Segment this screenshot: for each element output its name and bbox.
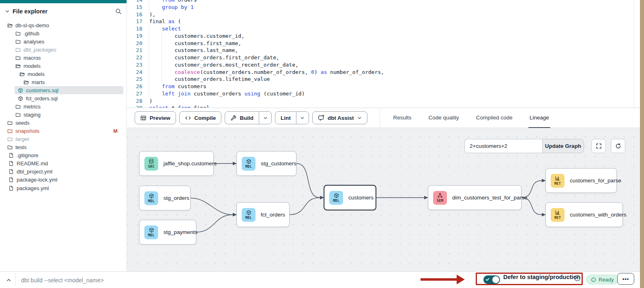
file-explorer-header: File explorer xyxy=(0,3,127,19)
tree-item-label: .gitignore xyxy=(17,152,38,158)
indent-guide xyxy=(161,61,162,69)
tree-item-label: .github xyxy=(24,30,39,37)
tree-item-label: metrics xyxy=(24,104,41,110)
tree-item-package-lock.yml[interactable]: package-lock.yml xyxy=(0,176,123,184)
refresh-button[interactable] xyxy=(611,139,625,153)
lint-button[interactable]: Lint xyxy=(275,112,296,124)
tree-item-staging[interactable]: staging xyxy=(0,111,123,119)
code-line-21: 21customers.last_name, xyxy=(127,47,640,54)
indent-guide xyxy=(149,40,149,47)
command-input[interactable]: dbt build --select <model_name> xyxy=(21,272,104,288)
code-line-14: 14from orders xyxy=(127,0,640,4)
code-text: ) xyxy=(149,97,152,105)
help-icon[interactable]: ? xyxy=(574,275,581,282)
folder-icon xyxy=(7,128,13,134)
tree-item-README.md[interactable]: README.md xyxy=(0,160,123,168)
badge-type-label: MDL xyxy=(148,199,155,203)
lineage-graph[interactable]: SRCjaffle_shop.customersMDLstg_customers… xyxy=(127,128,640,271)
build-dropdown[interactable] xyxy=(259,112,271,124)
build-button[interactable]: Build xyxy=(225,112,259,124)
tree-item-analyses[interactable]: analyses xyxy=(0,37,123,45)
fullscreen-button[interactable] xyxy=(591,139,606,153)
build-button-group: Build xyxy=(225,111,272,124)
code-line-26: 26from customers xyxy=(127,83,640,90)
lineage-node-stg_payments[interactable]: MDLstg_payments xyxy=(139,220,196,245)
node-label: stg_orders xyxy=(163,195,189,201)
code-text: customer_orders.most_recent_order_date, xyxy=(175,61,298,69)
model-icon xyxy=(246,210,251,215)
status-badge[interactable]: Ready xyxy=(586,275,619,284)
chevron-down-icon[interactable] xyxy=(5,9,10,14)
graph-selector-input[interactable] xyxy=(464,139,542,153)
lineage-node-stg_orders[interactable]: MDLstg_orders xyxy=(139,186,191,210)
tab-results[interactable]: Results xyxy=(392,108,413,128)
preview-button[interactable]: Preview xyxy=(135,111,176,124)
line-number: 14 xyxy=(127,0,142,4)
expand-command-bar-button[interactable] xyxy=(4,275,13,284)
tree-item-models[interactable]: models xyxy=(0,62,123,70)
folder-icon xyxy=(7,136,13,142)
chevron-down-icon xyxy=(357,116,362,120)
tab-lineage[interactable]: Lineage xyxy=(528,108,550,128)
line-number: 28 xyxy=(127,97,142,105)
tree-item-seeds[interactable]: seeds xyxy=(0,119,123,127)
indent-guide xyxy=(161,69,162,76)
code-text: coalesce(customer_orders.number_of_order… xyxy=(175,69,384,76)
code-line-28: 28) xyxy=(127,97,640,105)
lineage-node-fct_orders[interactable]: MDLfct_orders xyxy=(236,202,290,227)
tree-item-tests[interactable]: tests xyxy=(0,143,123,152)
line-number: 20 xyxy=(127,40,142,47)
lineage-node-dim_customers_test_for_parse[interactable]: SEMdim_customers_test_for_parse xyxy=(428,185,522,210)
lineage-node-customers_with_orders[interactable]: METcustomers_with_orders xyxy=(545,202,623,227)
code-line-23: 23customer_orders.most_recent_order_date… xyxy=(127,61,640,69)
tree-item-label: analyses xyxy=(24,39,44,45)
lineage-node-customers[interactable]: MDLcustomers xyxy=(324,185,376,210)
compile-button[interactable]: Compile xyxy=(179,111,221,124)
tree-item-packages.yml[interactable]: packages.yml xyxy=(0,184,123,192)
tree-item-marts[interactable]: marts xyxy=(0,78,123,86)
tree-item-label: snapshots xyxy=(15,128,39,134)
node-label: customers xyxy=(348,195,374,201)
tree-item-dbt_packages[interactable]: dbt_packages xyxy=(0,45,123,54)
mdl-badge: MDL xyxy=(329,191,343,205)
dbt-assist-button[interactable]: dbt Assist xyxy=(312,111,367,124)
defer-label: Defer to staging/production xyxy=(503,274,580,280)
lint-dropdown[interactable] xyxy=(296,112,309,124)
line-number: 19 xyxy=(127,32,142,40)
tree-item-macros[interactable]: macros xyxy=(0,54,123,62)
tree-item-.gitignore[interactable]: .gitignore xyxy=(0,152,123,160)
window-scrollbar[interactable] xyxy=(640,0,644,288)
indent-guide xyxy=(149,4,149,11)
tree-item-fct_orders.sql[interactable]: fct_orders.sql xyxy=(0,94,123,102)
tree-item-customers.sql[interactable]: customers.sql xyxy=(15,86,123,94)
tree-item-db-sl-qs-demo[interactable]: db-sl-qs-demo xyxy=(0,21,123,29)
lineage-node-customers_for_parse[interactable]: METcustomers_for_parse xyxy=(545,168,617,193)
code-editor[interactable]: 14from orders15group by 116),17final as … xyxy=(127,0,640,108)
tree-item-metrics[interactable]: metrics xyxy=(0,103,123,111)
more-options-button[interactable]: ••• xyxy=(617,273,634,285)
tree-item-models[interactable]: models xyxy=(0,70,123,78)
tree-item-label: tests xyxy=(15,144,26,150)
update-graph-button[interactable]: Update Graph xyxy=(542,139,584,153)
lineage-edge-stg_customers-to-customers xyxy=(296,164,320,198)
result-tabs: ResultsCode qualityCompiled codeLineage xyxy=(392,108,550,128)
lineage-node-stg_customers[interactable]: MDLstg_customers xyxy=(236,151,296,176)
tab-code-quality[interactable]: Code quality xyxy=(427,108,460,128)
met-icon xyxy=(555,175,560,181)
code-text: group by 1 xyxy=(162,4,193,11)
code-line-29: 29select * from final xyxy=(127,104,640,108)
code-text: select * from final xyxy=(149,104,210,108)
mdl-badge: MDL xyxy=(144,225,158,239)
code-text: from customers xyxy=(162,83,206,90)
defer-toggle[interactable] xyxy=(483,275,500,284)
tree-item-.github[interactable]: .github xyxy=(0,29,123,37)
assist-icon xyxy=(318,115,324,121)
search-icon[interactable] xyxy=(115,8,122,15)
lineage-node-jaffle_shop.customers[interactable]: SRCjaffle_shop.customers xyxy=(139,151,214,176)
tree-item-dbt_project.yml[interactable]: dbt_project.yml xyxy=(0,168,123,176)
tree-item-target[interactable]: target xyxy=(0,135,123,143)
met-icon xyxy=(555,210,560,215)
tab-compiled-code[interactable]: Compiled code xyxy=(475,108,514,128)
tree-item-snapshots[interactable]: snapshotsM xyxy=(0,127,123,135)
code-line-24: 24coalesce(customer_orders.number_of_ord… xyxy=(127,69,640,76)
